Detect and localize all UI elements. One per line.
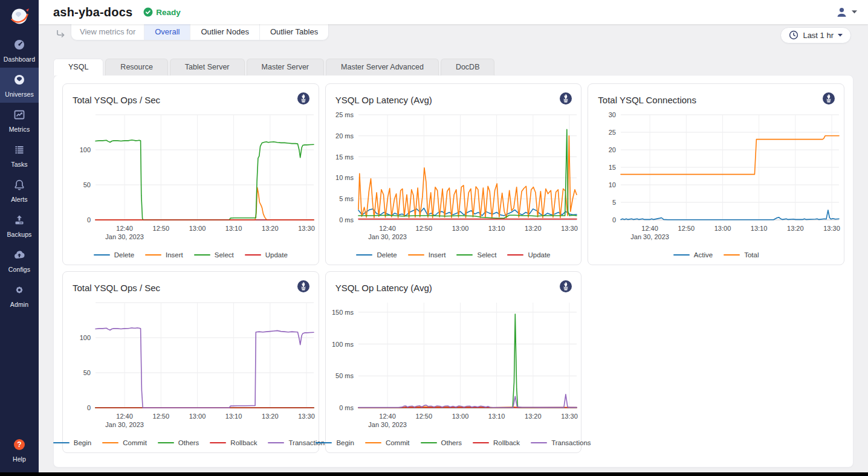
sidebar-item-alerts[interactable]: Alerts: [0, 173, 39, 208]
legend-item[interactable]: Select: [456, 251, 496, 259]
svg-text:13:30: 13:30: [298, 413, 315, 420]
tab-docdb[interactable]: DocDB: [441, 59, 495, 76]
sidebar-item-dashboard[interactable]: Dashboard: [0, 33, 39, 68]
legend-item[interactable]: Total: [724, 251, 759, 259]
svg-text:12:50: 12:50: [153, 225, 170, 232]
prometheus-link-icon[interactable]: [297, 92, 310, 108]
svg-text:0 ms: 0 ms: [339, 404, 354, 411]
legend-item[interactable]: Delete: [94, 251, 134, 259]
chart-plot[interactable]: 0 ms5 ms10 ms15 ms20 ms25 ms12:40Jan 30,…: [326, 108, 581, 251]
chart-plot[interactable]: 05010012:40Jan 30, 202312:5013:0013:1013…: [63, 295, 319, 439]
legend-item[interactable]: Begin: [316, 439, 354, 446]
legend-item[interactable]: Others: [421, 439, 462, 446]
chevron-down-icon: [838, 34, 843, 37]
prometheus-link-icon[interactable]: [822, 92, 835, 108]
svg-text:13:20: 13:20: [787, 225, 804, 232]
svg-text:12:40: 12:40: [379, 225, 396, 232]
svg-text:13:30: 13:30: [824, 225, 841, 232]
tab-ysql[interactable]: YSQL: [53, 59, 103, 76]
legend-swatch: [365, 442, 381, 444]
content-area: View metrics for Overall Outlier Nodes O…: [39, 24, 868, 476]
svg-text:100: 100: [80, 334, 91, 341]
legend-item[interactable]: Update: [507, 251, 550, 259]
legend-item[interactable]: Commit: [102, 439, 147, 446]
sidebar-item-metrics[interactable]: Metrics: [0, 103, 39, 138]
legend-item[interactable]: Others: [158, 439, 199, 446]
prometheus-link-icon[interactable]: [559, 92, 572, 108]
chart-card-ysql-op-latency: YSQL Op Latency (Avg) 0 ms5 ms10 ms15 ms…: [325, 83, 582, 265]
backups-icon: [13, 213, 26, 227]
chart-title: Total YSQL Connections: [598, 95, 696, 105]
user-menu[interactable]: [836, 7, 857, 18]
sidebar-item-help[interactable]: ? Help: [0, 433, 39, 468]
legend-label: Rollback: [230, 439, 257, 446]
legend-item[interactable]: Active: [673, 251, 713, 259]
sidebar-item-label: Configs: [0, 266, 39, 273]
legend-item[interactable]: Rollback: [210, 439, 257, 446]
chart-card-total-ysql-transactions: Total YSQL Ops / Sec 05010012:40Jan 30, …: [62, 271, 319, 453]
tab-outlier-nodes[interactable]: Outlier Nodes: [190, 24, 259, 40]
tab-overall[interactable]: Overall: [144, 24, 190, 40]
legend-label: Active: [694, 251, 713, 259]
legend-swatch: [456, 254, 473, 256]
svg-text:13:10: 13:10: [488, 413, 505, 420]
legend-swatch: [53, 442, 70, 444]
legend-item[interactable]: Rollback: [473, 439, 520, 446]
chevron-down-icon: [852, 10, 857, 14]
legend-item[interactable]: Update: [245, 251, 288, 259]
sidebar-item-tasks[interactable]: Tasks: [0, 138, 39, 173]
svg-text:13:30: 13:30: [561, 413, 578, 420]
legend-label: Update: [265, 251, 288, 259]
tab-outlier-tables[interactable]: Outlier Tables: [259, 24, 328, 40]
svg-text:0: 0: [87, 404, 91, 411]
legend-item[interactable]: Commit: [365, 439, 410, 446]
legend-swatch: [210, 442, 226, 444]
svg-text:0 ms: 0 ms: [339, 216, 354, 224]
legend-item[interactable]: Transactions: [531, 439, 591, 446]
svg-text:10: 10: [609, 181, 616, 188]
chart-legend: DeleteInsertSelectUpdate: [326, 251, 581, 265]
prometheus-link-icon[interactable]: [559, 280, 572, 295]
chart-plot[interactable]: 0 ms50 ms100 ms150 ms12:40Jan 30, 202312…: [326, 295, 581, 439]
tab-tablet-server[interactable]: Tablet Server: [170, 59, 245, 76]
tab-master-server-advanced[interactable]: Master Server Advanced: [326, 59, 439, 76]
status-text: Ready: [156, 8, 181, 17]
tab-master-server[interactable]: Master Server: [247, 59, 325, 76]
sidebar-item-admin[interactable]: Admin: [0, 278, 39, 313]
chart-title: Total YSQL Ops / Sec: [73, 283, 160, 293]
metric-tabs: YSQL Resource Tablet Server Master Serve…: [53, 59, 868, 75]
legend-swatch: [507, 254, 523, 256]
legend-label: Others: [441, 439, 462, 446]
chart-plot[interactable]: 05010012:40Jan 30, 202312:5013:0013:1013…: [63, 108, 319, 251]
prometheus-link-icon[interactable]: [297, 280, 310, 295]
chart-plot[interactable]: 05101520253012:40Jan 30, 202312:5013:001…: [588, 108, 844, 251]
legend-label: Rollback: [493, 439, 520, 446]
sidebar-item-configs[interactable]: Configs: [0, 243, 39, 278]
time-range-value: Last 1 hr: [803, 31, 834, 40]
svg-text:13:20: 13:20: [262, 225, 279, 232]
chart-legend: BeginCommitOthersRollbackTransactions: [326, 439, 581, 452]
legend-item[interactable]: Insert: [408, 251, 446, 259]
legend-swatch: [421, 442, 437, 444]
tasks-icon: [13, 143, 26, 156]
sidebar-item-universes[interactable]: Universes: [0, 68, 39, 103]
legend-item[interactable]: Begin: [53, 439, 91, 446]
svg-text:12:50: 12:50: [678, 225, 695, 232]
time-range-selector[interactable]: Last 1 hr: [780, 27, 851, 43]
sidebar-item-label: Alerts: [0, 196, 39, 203]
svg-text:10 ms: 10 ms: [335, 174, 354, 181]
svg-text:Jan 30, 2023: Jan 30, 2023: [368, 421, 407, 428]
legend-item[interactable]: Select: [194, 251, 234, 259]
svg-text:20: 20: [609, 146, 616, 153]
tab-resource[interactable]: Resource: [105, 59, 168, 76]
sidebar-item-backups[interactable]: Backups: [0, 208, 39, 243]
legend-label: Transactions: [551, 439, 591, 446]
legend-label: Begin: [336, 439, 354, 446]
check-circle-icon: [143, 7, 153, 17]
chart-legend: ActiveTotal: [588, 251, 844, 265]
legend-item[interactable]: Delete: [356, 251, 397, 259]
legend-label: Insert: [166, 251, 183, 259]
sidebar-item-label: Metrics: [0, 126, 39, 133]
yugabyte-logo[interactable]: [0, 0, 39, 33]
legend-item[interactable]: Insert: [145, 251, 183, 259]
